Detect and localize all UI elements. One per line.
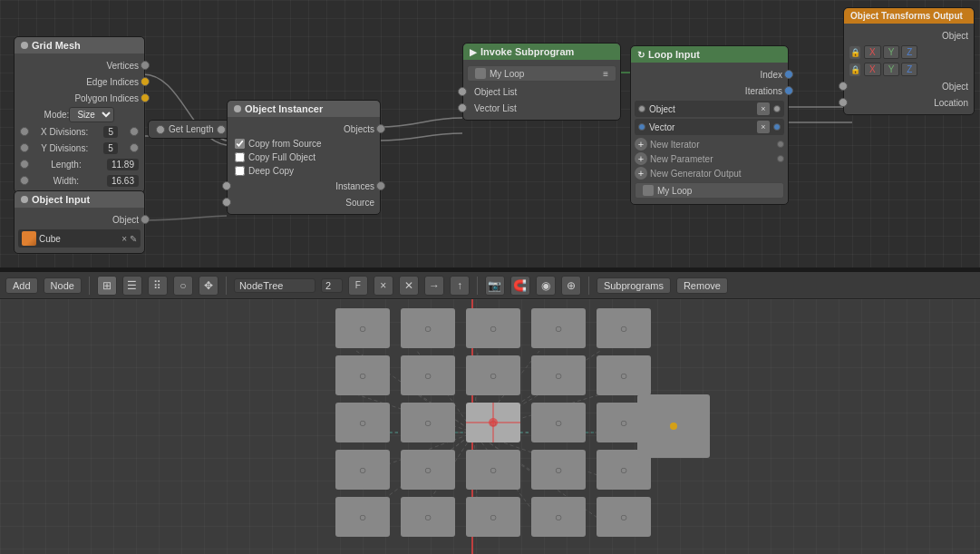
vector-list-socket[interactable] xyxy=(458,103,467,112)
new-parameter-btn[interactable]: + xyxy=(635,152,647,165)
x-divisions-socket-right[interactable] xyxy=(130,127,139,136)
move-icon-btn[interactable]: ✥ xyxy=(199,276,218,296)
x-divisions-value: 5 xyxy=(103,126,118,138)
node-button[interactable]: Node xyxy=(44,277,82,294)
my-loop-invoke-label: My Loop xyxy=(490,69,524,79)
y-divisions-socket-left[interactable] xyxy=(20,143,29,152)
y-btn-1[interactable]: Y xyxy=(883,45,900,59)
x-icon-btn[interactable]: ✕ xyxy=(399,276,419,296)
source-socket[interactable] xyxy=(222,198,231,207)
cube-thumb-0-4 xyxy=(597,308,651,348)
index-socket[interactable] xyxy=(784,70,793,79)
deep-copy-check[interactable] xyxy=(235,166,245,176)
get-length-output-socket[interactable] xyxy=(217,125,226,134)
up-icon-btn[interactable]: ↑ xyxy=(450,276,470,296)
vertices-socket[interactable] xyxy=(141,61,150,70)
subprograms-button[interactable]: Subprograms xyxy=(597,277,671,294)
circle-icon-btn[interactable]: ○ xyxy=(173,276,193,296)
source-row: Source xyxy=(228,194,380,210)
transforms-location-socket[interactable] xyxy=(839,98,848,107)
list-icon-btn[interactable]: ☰ xyxy=(122,276,142,296)
remove-button[interactable]: Remove xyxy=(676,277,728,294)
instances-label: Instances xyxy=(335,181,374,191)
new-generator-btn[interactable]: + xyxy=(635,167,647,180)
object-list-socket[interactable] xyxy=(458,87,467,96)
length-row: Length: 11.89 xyxy=(15,156,144,172)
x-divisions-socket-left[interactable] xyxy=(20,127,29,136)
grid-mesh-title: Grid Mesh xyxy=(32,40,81,51)
my-loop-loop-btn[interactable]: My Loop xyxy=(635,182,784,199)
transforms-object-out-label: Object xyxy=(942,82,968,92)
num-input[interactable] xyxy=(321,278,343,293)
object-list-label: Object List xyxy=(474,87,517,97)
cube-icon xyxy=(22,231,36,246)
object-input-title: Object Input xyxy=(32,194,90,205)
cube-thumb-1-3 xyxy=(531,355,586,395)
y-divisions-row: Y Divisions: 5 xyxy=(15,140,144,156)
cube-thumb-3-1 xyxy=(401,450,455,490)
gizmo-icon-btn[interactable]: ⊕ xyxy=(561,276,581,296)
preview-dot xyxy=(670,423,677,430)
xyz-lock-2[interactable]: 🔒 xyxy=(849,63,860,76)
loop-input-icon: ↻ xyxy=(637,50,645,60)
mode-select[interactable]: Size xyxy=(69,107,114,122)
copy-from-source-check[interactable] xyxy=(235,139,245,149)
cube-edit-btn[interactable]: ✎ xyxy=(130,234,137,244)
get-length-input-socket[interactable] xyxy=(156,125,165,134)
transforms-object-socket[interactable] xyxy=(839,82,848,91)
toolbar: Add Node ⊞ ☰ ⠿ ○ ✥ F × ✕ → ↑ 📷 🧲 ◉ ⊕ Sub… xyxy=(0,272,980,299)
copy-full-object-check[interactable] xyxy=(235,152,245,162)
y-divisions-socket-right[interactable] xyxy=(130,143,139,152)
edge-indices-row: Edge Indices xyxy=(15,73,144,90)
add-button[interactable]: Add xyxy=(5,277,38,294)
x-btn-1[interactable]: X xyxy=(864,45,881,59)
cube-thumb-1-0 xyxy=(335,355,390,395)
edge-indices-socket[interactable] xyxy=(141,77,150,86)
mode-label: Mode: xyxy=(44,110,70,120)
vector-field-remove[interactable]: × xyxy=(757,121,770,133)
z-btn-1[interactable]: Z xyxy=(901,45,917,59)
instances-socket-left[interactable] xyxy=(222,181,231,190)
cube-thumb-2-1 xyxy=(401,403,455,442)
cube-grid xyxy=(335,308,658,540)
object-field: Object × xyxy=(635,101,784,117)
x-btn-2[interactable]: X xyxy=(864,63,881,76)
object-field-remove[interactable]: × xyxy=(757,102,770,115)
overlay-icon-btn[interactable]: ◉ xyxy=(536,276,556,296)
object-field-socket-left[interactable] xyxy=(638,105,645,112)
object-field-socket-right[interactable] xyxy=(773,105,781,112)
new-generator-row: + New Generator Output xyxy=(631,166,788,180)
f-icon-btn[interactable]: F xyxy=(348,276,368,296)
nodetree-input[interactable] xyxy=(234,278,315,293)
new-iterator-btn[interactable]: + xyxy=(635,138,647,151)
new-generator-label: New Generator Output xyxy=(650,169,742,179)
z-btn-2[interactable]: Z xyxy=(901,63,917,76)
length-socket-left[interactable] xyxy=(20,160,29,169)
transforms-object-label-row: Object xyxy=(844,27,974,44)
camera-icon-btn[interactable]: 📷 xyxy=(485,276,505,296)
xyz-lock-1[interactable]: 🔒 xyxy=(849,46,860,59)
object-input-socket[interactable] xyxy=(141,215,150,224)
vector-field-socket-left[interactable] xyxy=(638,123,645,131)
width-socket-left[interactable] xyxy=(20,176,29,185)
new-parameter-row: + New Parameter xyxy=(631,151,788,166)
close-icon-btn[interactable]: × xyxy=(374,276,393,296)
objects-socket[interactable] xyxy=(376,124,385,133)
instances-socket-right[interactable] xyxy=(376,181,385,190)
snap-icon-btn[interactable]: 🧲 xyxy=(510,276,530,296)
cube-thumb-1-4 xyxy=(597,355,651,395)
invoke-subprogram-body: My Loop ≡ Object List Vector List xyxy=(463,60,620,120)
grid-icon-btn[interactable]: ⊞ xyxy=(97,276,117,296)
object-input-object-label: Object xyxy=(112,215,139,225)
dots-icon-btn[interactable]: ⠿ xyxy=(148,276,168,296)
y-btn-2[interactable]: Y xyxy=(883,63,900,76)
my-loop-invoke-btn[interactable]: My Loop ≡ xyxy=(467,65,616,82)
vector-field-socket-right[interactable] xyxy=(773,123,781,131)
cube-display: Cube × ✎ xyxy=(18,229,141,248)
iterations-socket[interactable] xyxy=(784,86,793,95)
arrow-icon-btn[interactable]: → xyxy=(424,276,444,296)
cube-close-btn[interactable]: × xyxy=(121,234,127,244)
width-row: Width: 16.63 xyxy=(15,172,144,189)
my-loop-invoke-menu: ≡ xyxy=(603,69,608,79)
polygon-indices-socket[interactable] xyxy=(141,93,150,102)
